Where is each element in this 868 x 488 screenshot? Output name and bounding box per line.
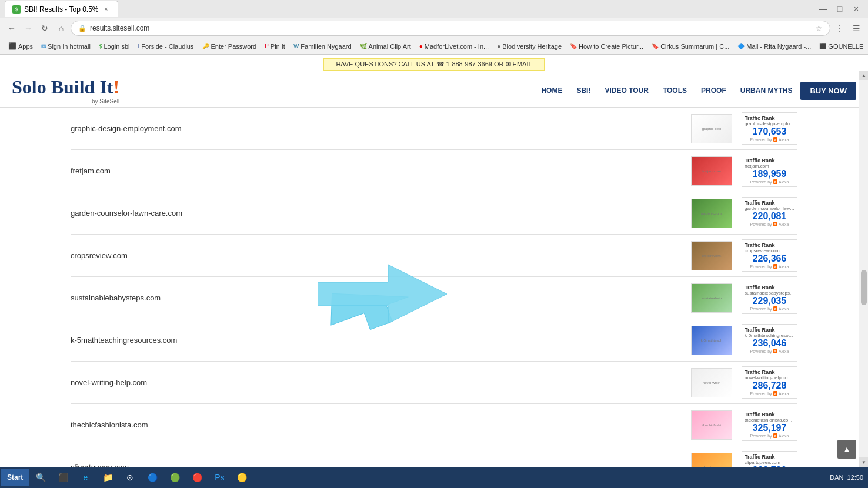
traffic-rank-label: Traffic Rank — [745, 454, 794, 460]
taskbar-app2[interactable]: 🟢 — [164, 469, 185, 486]
result-row[interactable]: thechicfashionista.com thechicfashi Traf… — [71, 404, 797, 446]
powered-by: Powered by a Alexa — [745, 349, 794, 353]
taskbar-clock: 12:50 — [847, 474, 863, 481]
bookmark-familien[interactable]: W Familien Nygaard — [290, 42, 355, 51]
site-domain: graphic-design-employment.com — [71, 124, 691, 133]
taskbar-app1[interactable]: 🔵 — [142, 469, 163, 486]
taskbar-app5[interactable]: 🟡 — [231, 469, 252, 486]
site-thumbnail[interactable]: cropsreview. — [691, 241, 732, 270]
traffic-rank-box: Traffic Rank sustainablebabysteps... 229… — [742, 282, 797, 314]
home-button[interactable]: ⌂ — [54, 21, 68, 35]
taskbar-right: DAN 12:50 — [830, 474, 867, 481]
bookmark-animal-clip[interactable]: 🌿 Animal Clip Art — [356, 42, 415, 51]
tab-close-button[interactable]: × — [102, 5, 111, 14]
site-thumbnail[interactable]: k-5mathteach — [691, 326, 732, 355]
maximize-button[interactable]: □ — [833, 2, 847, 16]
bookmark-enter-password[interactable]: 🔑 Enter Password — [199, 42, 261, 51]
nav-proof[interactable]: PROOF — [695, 83, 732, 98]
scroll-to-top-button[interactable]: ▲ — [837, 440, 856, 459]
extensions-button[interactable]: ⋮ — [833, 21, 847, 35]
result-row[interactable]: cropsreview.com cropsreview. Traffic Ran… — [71, 235, 797, 277]
browser-menu-button[interactable]: ☰ — [849, 21, 863, 35]
nav-video-tour[interactable]: VIDEO TOUR — [599, 83, 654, 98]
nav-home[interactable]: HOME — [535, 83, 568, 98]
traffic-rank-domain: k-5mathteachingresour... — [745, 333, 794, 338]
bookmark-forside[interactable]: f Forside - Claudius — [134, 42, 197, 51]
result-row[interactable]: fretjam.com fretjam.com Traffic Rank fre… — [71, 150, 797, 192]
scroll-down-button[interactable]: ▼ — [859, 457, 868, 467]
site-thumbnail[interactable]: graphic-desi — [691, 114, 732, 143]
results-container: graphic-design-employment.com graphic-de… — [0, 108, 868, 472]
bookmark-apps[interactable]: ⬛ Apps — [5, 41, 36, 51]
taskbar-chrome-button[interactable]: ⊙ — [119, 469, 141, 486]
site-thumbnail[interactable]: sustainableb — [691, 283, 732, 313]
bookmark-madforlivet[interactable]: ● MadforLivet.com - In... — [416, 42, 492, 51]
taskbar-ie-button[interactable]: e — [75, 469, 96, 486]
tab-bar: $ SBI! Results - Top 0.5% × — □ × — [0, 0, 868, 18]
nav-tools[interactable]: TOOLS — [657, 83, 693, 98]
site-thumbnail[interactable]: thechicfashi — [691, 410, 732, 440]
minimize-button[interactable]: — — [816, 2, 830, 16]
traffic-rank-label: Traffic Rank — [745, 115, 794, 121]
taskbar-photoshop[interactable]: Ps — [209, 469, 230, 486]
traffic-rank-label: Traffic Rank — [745, 327, 794, 333]
result-row[interactable]: novel-writing-help.com novel-writin Traf… — [71, 362, 797, 404]
nav-urban-myths[interactable]: URBAN MYTHS — [735, 83, 799, 98]
traffic-rank-domain: novel-writing-help.co... — [745, 375, 794, 380]
result-row[interactable]: sustainablebabysteps.com sustainableb Tr… — [71, 277, 797, 319]
site-thumbnail[interactable]: garden-couns — [691, 199, 732, 228]
site-thumbnail[interactable]: novel-writin — [691, 368, 732, 397]
taskbar-explorer-button[interactable]: 📁 — [97, 469, 118, 486]
bookmark-how-to-create[interactable]: 🔖 How to Create Pictur... — [566, 42, 647, 51]
promo-banner: HAVE QUESTIONS? CALL US AT ☎ 1-888-987-3… — [323, 58, 544, 71]
site-domain: fretjam.com — [71, 166, 691, 175]
alexa-logo: a — [773, 264, 777, 269]
promo-text: HAVE QUESTIONS? CALL US AT ☎ 1-888-987-3… — [336, 61, 532, 68]
taskbar-app3[interactable]: 🔴 — [186, 469, 208, 486]
scroll-up-button[interactable]: ▲ — [859, 71, 868, 80]
site-domain: cropsreview.com — [71, 251, 691, 260]
traffic-rank-domain: fretjam.com — [745, 163, 794, 169]
bookmark-mail-rita[interactable]: 🔷 Mail - Rita Nygaard -... — [734, 42, 814, 51]
close-window-button[interactable]: × — [849, 2, 863, 16]
result-row[interactable]: graphic-design-employment.com graphic-de… — [71, 108, 797, 150]
scroll-thumb[interactable] — [861, 270, 867, 305]
bookmark-hotmail[interactable]: ✉ Sign In hotmail — [38, 42, 94, 51]
site-thumbnail[interactable]: fretjam.com — [691, 156, 732, 186]
bookmark-gounelle[interactable]: ⬛ GOUNELLE — [816, 42, 867, 51]
bookmark-pin-it[interactable]: P Pin It — [261, 42, 289, 51]
site-domain: novel-writing-help.com — [71, 378, 691, 387]
taskbar-search-button[interactable]: 🔍 — [30, 469, 51, 486]
site-logo[interactable]: Solo Build It! — [12, 76, 119, 98]
traffic-rank-label: Traffic Rank — [745, 412, 794, 417]
start-label: Start — [7, 473, 23, 482]
start-button[interactable]: Start — [1, 469, 29, 486]
bookmark-star-icon[interactable]: ☆ — [815, 24, 823, 33]
active-tab[interactable]: $ SBI! Results - Top 0.5% × — [5, 1, 118, 17]
main-content: HAVE QUESTIONS? CALL US AT ☎ 1-888-987-3… — [0, 55, 868, 472]
powered-by: Powered by a Alexa — [745, 222, 794, 226]
back-button[interactable]: ← — [5, 21, 19, 35]
reload-button[interactable]: ↻ — [38, 21, 52, 35]
logo-area: Solo Build It! by SiteSell — [12, 76, 119, 105]
buy-now-button[interactable]: BUY NOW — [800, 82, 856, 100]
alexa-logo: a — [773, 179, 777, 184]
forward-button[interactable]: → — [21, 21, 35, 35]
traffic-rank-label: Traffic Rank — [745, 158, 794, 163]
search-icon: 🔍 — [35, 472, 46, 483]
address-bar[interactable]: 🔒 results.sitesell.com ☆ — [71, 21, 830, 36]
tab-title: SBI! Results - Top 0.5% — [24, 5, 99, 14]
nav-sbi[interactable]: SBI! — [570, 83, 596, 98]
traffic-rank-box: Traffic Rank novel-writing-help.co... 28… — [742, 366, 797, 399]
result-row[interactable]: garden-counselor-lawn-care.com garden-co… — [71, 192, 797, 235]
taskbar-task-view[interactable]: ⬛ — [52, 469, 74, 486]
header-inner: Solo Build It! by SiteSell HOME SBI! VID… — [12, 74, 856, 107]
bookmark-login-sbi[interactable]: $ Login sbi — [95, 42, 133, 51]
alexa-logo: a — [773, 137, 777, 142]
result-row[interactable]: k-5mathteachingresources.com k-5mathteac… — [71, 319, 797, 362]
app1-icon: 🔵 — [146, 472, 158, 483]
bookmarks-bar: ⬛ Apps ✉ Sign In hotmail $ Login sbi f F… — [0, 39, 868, 54]
bookmark-cirkus[interactable]: 🔖 Cirkus Summarum | C... — [648, 42, 733, 51]
alexa-logo: a — [773, 349, 777, 353]
bookmark-biodiversity[interactable]: ● Biodiversity Heritage — [493, 42, 565, 51]
